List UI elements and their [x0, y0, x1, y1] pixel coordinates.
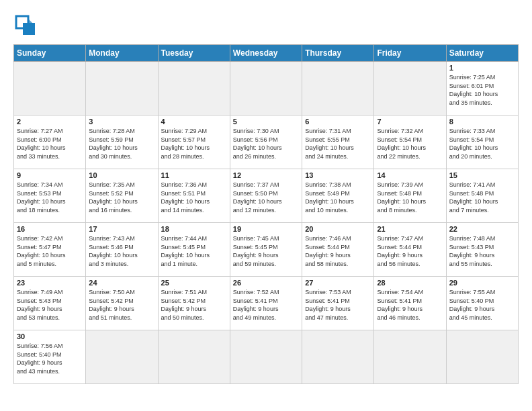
day-info: Sunrise: 7:27 AM Sunset: 6:00 PM Dayligh… [17, 127, 83, 161]
day-info: Sunrise: 7:53 AM Sunset: 5:41 PM Dayligh… [305, 288, 371, 322]
day-info: Sunrise: 7:36 AM Sunset: 5:51 PM Dayligh… [161, 181, 227, 214]
day-number: 19 [233, 225, 299, 233]
weekday-header-friday: Friday [374, 45, 446, 62]
calendar-cell: 17Sunrise: 7:43 AM Sunset: 5:46 PM Dayli… [86, 223, 158, 277]
calendar-cell: 25Sunrise: 7:51 AM Sunset: 5:42 PM Dayli… [158, 277, 230, 330]
day-number: 24 [89, 279, 154, 287]
logo-icon [13, 13, 38, 38]
day-number: 20 [305, 225, 371, 233]
calendar-cell: 10Sunrise: 7:35 AM Sunset: 5:52 PM Dayli… [86, 169, 158, 223]
calendar-cell: 29Sunrise: 7:55 AM Sunset: 5:40 PM Dayli… [446, 277, 518, 330]
calendar-cell: 6Sunrise: 7:31 AM Sunset: 5:55 PM Daylig… [302, 116, 374, 169]
calendar-cell [302, 62, 374, 116]
day-number: 12 [233, 171, 299, 179]
weekday-header-sunday: Sunday [14, 45, 86, 62]
calendar-cell [446, 330, 518, 384]
day-number: 18 [161, 225, 227, 233]
day-number: 14 [377, 171, 443, 179]
page: SundayMondayTuesdayWednesdayThursdayFrid… [0, 0, 532, 398]
calendar-cell: 27Sunrise: 7:53 AM Sunset: 5:41 PM Dayli… [302, 277, 374, 330]
calendar-row: 16Sunrise: 7:42 AM Sunset: 5:47 PM Dayli… [14, 223, 519, 277]
day-info: Sunrise: 7:42 AM Sunset: 5:47 PM Dayligh… [17, 234, 83, 268]
day-number: 3 [89, 118, 154, 126]
calendar-cell: 19Sunrise: 7:45 AM Sunset: 5:45 PM Dayli… [230, 223, 302, 277]
day-info: Sunrise: 7:45 AM Sunset: 5:45 PM Dayligh… [233, 234, 299, 268]
day-number: 22 [449, 225, 515, 233]
day-info: Sunrise: 7:38 AM Sunset: 5:49 PM Dayligh… [305, 181, 371, 214]
day-info: Sunrise: 7:25 AM Sunset: 6:01 PM Dayligh… [449, 73, 515, 107]
calendar-row: 1Sunrise: 7:25 AM Sunset: 6:01 PM Daylig… [14, 62, 519, 116]
day-number: 30 [17, 332, 83, 340]
day-info: Sunrise: 7:44 AM Sunset: 5:45 PM Dayligh… [161, 234, 227, 268]
calendar-cell: 18Sunrise: 7:44 AM Sunset: 5:45 PM Dayli… [158, 223, 230, 277]
calendar-cell [158, 62, 230, 116]
day-number: 4 [161, 118, 227, 126]
calendar-cell: 12Sunrise: 7:37 AM Sunset: 5:50 PM Dayli… [230, 169, 302, 223]
day-number: 25 [161, 279, 227, 287]
calendar-cell: 20Sunrise: 7:46 AM Sunset: 5:44 PM Dayli… [302, 223, 374, 277]
day-number: 29 [449, 279, 515, 287]
calendar-cell: 5Sunrise: 7:30 AM Sunset: 5:56 PM Daylig… [230, 116, 302, 169]
day-info: Sunrise: 7:37 AM Sunset: 5:50 PM Dayligh… [233, 181, 299, 214]
calendar-cell: 4Sunrise: 7:29 AM Sunset: 5:57 PM Daylig… [158, 116, 230, 169]
day-number: 15 [449, 171, 515, 179]
day-info: Sunrise: 7:54 AM Sunset: 5:41 PM Dayligh… [377, 288, 443, 322]
day-info: Sunrise: 7:52 AM Sunset: 5:41 PM Dayligh… [233, 288, 299, 322]
day-info: Sunrise: 7:28 AM Sunset: 5:59 PM Dayligh… [89, 127, 154, 161]
calendar-row: 9Sunrise: 7:34 AM Sunset: 5:53 PM Daylig… [14, 169, 519, 223]
weekday-header-monday: Monday [86, 45, 158, 62]
day-number: 5 [233, 118, 299, 126]
calendar-cell: 14Sunrise: 7:39 AM Sunset: 5:48 PM Dayli… [374, 169, 446, 223]
day-info: Sunrise: 7:39 AM Sunset: 5:48 PM Dayligh… [377, 181, 443, 214]
header [13, 13, 519, 38]
day-info: Sunrise: 7:29 AM Sunset: 5:57 PM Dayligh… [161, 127, 227, 161]
day-number: 6 [305, 118, 371, 126]
day-info: Sunrise: 7:50 AM Sunset: 5:42 PM Dayligh… [89, 288, 154, 322]
calendar-cell: 28Sunrise: 7:54 AM Sunset: 5:41 PM Dayli… [374, 277, 446, 330]
day-info: Sunrise: 7:43 AM Sunset: 5:46 PM Dayligh… [89, 234, 154, 268]
day-info: Sunrise: 7:51 AM Sunset: 5:42 PM Dayligh… [161, 288, 227, 322]
calendar-cell [374, 62, 446, 116]
day-number: 27 [305, 279, 371, 287]
calendar-cell: 9Sunrise: 7:34 AM Sunset: 5:53 PM Daylig… [14, 169, 86, 223]
day-info: Sunrise: 7:35 AM Sunset: 5:52 PM Dayligh… [89, 181, 154, 214]
day-info: Sunrise: 7:33 AM Sunset: 5:54 PM Dayligh… [449, 127, 515, 161]
calendar-cell [230, 330, 302, 384]
day-number: 11 [161, 171, 227, 179]
calendar-cell [86, 330, 158, 384]
weekday-header-wednesday: Wednesday [230, 45, 302, 62]
calendar-row: 30Sunrise: 7:56 AM Sunset: 5:40 PM Dayli… [14, 330, 519, 384]
day-number: 10 [89, 171, 154, 179]
calendar-cell: 21Sunrise: 7:47 AM Sunset: 5:44 PM Dayli… [374, 223, 446, 277]
weekday-header-thursday: Thursday [302, 45, 374, 62]
calendar-cell [374, 330, 446, 384]
day-number: 2 [17, 118, 83, 126]
day-number: 17 [89, 225, 154, 233]
calendar-cell: 16Sunrise: 7:42 AM Sunset: 5:47 PM Dayli… [14, 223, 86, 277]
calendar-cell [14, 62, 86, 116]
day-number: 7 [377, 118, 443, 126]
day-info: Sunrise: 7:31 AM Sunset: 5:55 PM Dayligh… [305, 127, 371, 161]
calendar-cell: 30Sunrise: 7:56 AM Sunset: 5:40 PM Dayli… [14, 330, 86, 384]
calendar-cell: 11Sunrise: 7:36 AM Sunset: 5:51 PM Dayli… [158, 169, 230, 223]
day-info: Sunrise: 7:47 AM Sunset: 5:44 PM Dayligh… [377, 234, 443, 268]
calendar-cell: 26Sunrise: 7:52 AM Sunset: 5:41 PM Dayli… [230, 277, 302, 330]
calendar-cell: 8Sunrise: 7:33 AM Sunset: 5:54 PM Daylig… [446, 116, 518, 169]
calendar-cell: 1Sunrise: 7:25 AM Sunset: 6:01 PM Daylig… [446, 62, 518, 116]
day-number: 21 [377, 225, 443, 233]
day-number: 23 [17, 279, 83, 287]
day-info: Sunrise: 7:55 AM Sunset: 5:40 PM Dayligh… [449, 288, 515, 322]
weekday-header-saturday: Saturday [446, 45, 518, 62]
calendar-cell [230, 62, 302, 116]
day-number: 13 [305, 171, 371, 179]
calendar-cell [158, 330, 230, 384]
calendar-cell: 23Sunrise: 7:49 AM Sunset: 5:43 PM Dayli… [14, 277, 86, 330]
calendar-cell: 3Sunrise: 7:28 AM Sunset: 5:59 PM Daylig… [86, 116, 158, 169]
day-info: Sunrise: 7:34 AM Sunset: 5:53 PM Dayligh… [17, 181, 83, 214]
calendar-row: 23Sunrise: 7:49 AM Sunset: 5:43 PM Dayli… [14, 277, 519, 330]
day-number: 8 [449, 118, 515, 126]
day-info: Sunrise: 7:49 AM Sunset: 5:43 PM Dayligh… [17, 288, 83, 322]
calendar-cell: 15Sunrise: 7:41 AM Sunset: 5:48 PM Dayli… [446, 169, 518, 223]
calendar-cell [302, 330, 374, 384]
day-number: 1 [449, 64, 515, 72]
